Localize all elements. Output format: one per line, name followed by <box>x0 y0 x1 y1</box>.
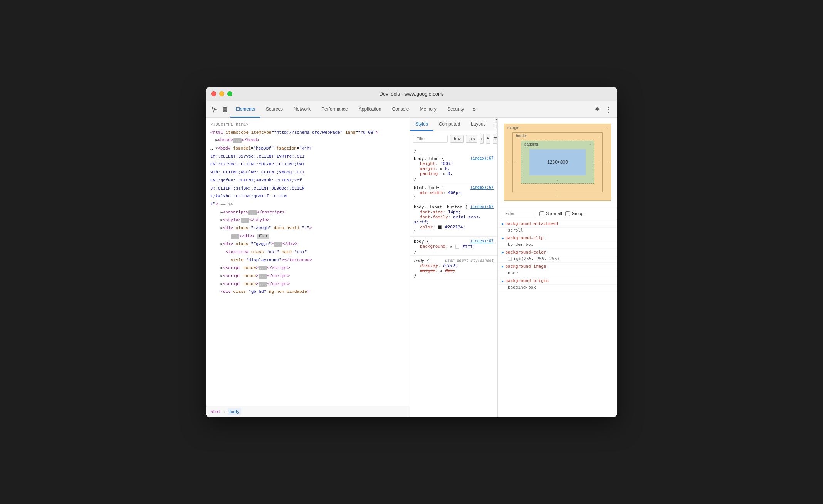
css-property: display: block; <box>414 263 494 268</box>
css-source[interactable]: (index):67 <box>470 156 494 160</box>
expand-icon[interactable]: ▶ <box>502 222 504 226</box>
tab-styles[interactable]: Styles <box>410 118 433 131</box>
border-top-value: - <box>598 134 599 138</box>
dom-line: J:.CLIENT;szjOR:.CLIENT;JL9QDc:.CLIEN <box>207 185 408 193</box>
dom-line[interactable]: … ▼<body jsmodel="hspDDf" jsaction="xjhT <box>207 144 408 153</box>
hov-button[interactable]: :hov <box>450 135 464 143</box>
css-property: margin: ▶ 0; <box>414 166 494 171</box>
box-model-diagram: margin - - - - border - - - - <box>504 124 611 201</box>
tab-application[interactable]: Application <box>353 101 387 118</box>
css-source[interactable]: (index):67 <box>470 239 494 243</box>
dom-line[interactable]: ▶<div class="Fgvgjc">...</div> <box>207 240 408 248</box>
device-icon[interactable] <box>220 104 230 115</box>
dom-line[interactable]: ▶<script nonce>...</script> <box>207 264 408 272</box>
cursor-icon[interactable] <box>209 104 220 115</box>
border-label: border <box>516 134 527 138</box>
computed-item: ▶ background-color <box>498 249 617 256</box>
toolbar-end: ⋮ <box>592 104 614 115</box>
css-selector: html, body { <box>414 185 444 190</box>
tab-performance[interactable]: Performance <box>316 101 353 118</box>
dom-line: If:.CLIENT;O2vyse:.CLIENT;IVKTfe:.CLI <box>207 153 408 161</box>
toggle-classes-button[interactable]: ☰ <box>493 134 497 144</box>
dom-breadcrumb: html › body <box>206 406 410 417</box>
expand-icon[interactable]: ▶ <box>502 279 504 283</box>
css-rule-header: (index):67 body, html { <box>414 156 494 161</box>
add-style-button[interactable]: + <box>480 134 484 144</box>
styles-tab-bar: Styles Computed Layout Event Listeners D… <box>410 118 497 131</box>
computed-filter-input[interactable] <box>502 210 536 217</box>
computed-item: ▶ background-clip <box>498 234 617 242</box>
computed-item: ▶ background-image <box>498 263 617 270</box>
border-right-value: - <box>600 160 601 165</box>
tab-console[interactable]: Console <box>387 101 415 118</box>
margin-label: margin <box>507 126 519 130</box>
dom-line[interactable]: ▶<script nonce>...</script> <box>207 280 408 288</box>
margin-bottom-value: - <box>557 195 558 199</box>
dom-line[interactable]: ▶<div class="L3eUgb" data-hveid="1"> <box>207 224 408 232</box>
computed-value: none <box>498 270 617 277</box>
group-checkbox[interactable] <box>565 211 570 216</box>
show-all-checkbox-label[interactable]: Show all <box>539 211 562 216</box>
minimize-button[interactable] <box>219 91 224 96</box>
padding-label: padding <box>524 142 538 146</box>
dom-line[interactable]: ▶<script nonce>...</script> <box>207 272 408 280</box>
more-icon[interactable]: ⋮ <box>603 104 614 115</box>
css-close-brace: } <box>414 195 494 200</box>
devtools-container: Elements Sources Network Performance App… <box>206 101 617 417</box>
dom-line: ENT;Ez7VMc:.CLIENT;YUC7He:.CLIENT;hWT <box>207 160 408 168</box>
tab-sources[interactable]: Sources <box>260 101 288 118</box>
css-property: color: #202124; <box>414 225 494 230</box>
breadcrumb-body[interactable]: body <box>228 408 241 415</box>
css-selector: body { <box>414 258 429 263</box>
dom-content[interactable]: <!DOCTYPE html> <html itemscope itemtype… <box>206 118 410 406</box>
cls-button[interactable]: .cls <box>466 135 478 143</box>
window-title: DevTools - www.google.com/ <box>380 91 444 97</box>
dom-line[interactable]: <div class="gb_hd" ng-non-bindable> <box>207 288 408 296</box>
computed-item: ▶ background-origin <box>498 277 617 285</box>
maximize-button[interactable] <box>227 91 232 96</box>
css-selector: body { <box>414 239 429 244</box>
svg-rect-1 <box>224 108 226 111</box>
dom-line[interactable]: <html itemscope itemtype="http://schema.… <box>207 129 408 137</box>
breadcrumb-html[interactable]: html <box>209 408 222 415</box>
settings-icon[interactable] <box>592 104 603 115</box>
dom-line[interactable]: ▶<style>...</style> <box>207 216 408 224</box>
tab-security[interactable]: Security <box>442 101 469 118</box>
tab-elements[interactable]: Elements <box>230 101 260 118</box>
computed-list[interactable]: ▶ background-attachment scroll ▶ backgro… <box>498 220 617 417</box>
styles-filter-input[interactable] <box>413 135 448 143</box>
dom-line[interactable]: ...</div> flex <box>207 232 408 240</box>
computed-value: rgb(255, 255, 255) <box>498 256 617 263</box>
expand-icon[interactable]: ▶ <box>502 236 504 240</box>
tab-network[interactable]: Network <box>288 101 316 118</box>
show-all-checkbox[interactable] <box>539 211 544 216</box>
css-source-ua: user agent stylesheet <box>445 258 494 262</box>
tab-layout[interactable]: Layout <box>465 118 490 131</box>
dom-line[interactable]: <textarea class="csi" name="csi" <box>207 248 408 256</box>
css-source[interactable]: (index):67 <box>470 185 494 190</box>
styles-content[interactable]: } (index):67 body, html { height: 100%; … <box>410 146 497 417</box>
css-rule-header: (index):67 html, body { <box>414 185 494 190</box>
css-rule: (index):67 body, input, button { font-si… <box>410 202 497 237</box>
css-property: padding: ▶ 0; <box>414 171 494 176</box>
main-area: <!DOCTYPE html> <html itemscope itemtype… <box>206 118 617 417</box>
css-open-brace: } <box>410 146 497 154</box>
expand-icon[interactable]: ▶ <box>502 265 504 269</box>
css-close-brace: } <box>414 273 494 278</box>
padding-top-value: - <box>590 142 591 146</box>
dom-line[interactable]: ▶<head>...</head> <box>207 136 408 144</box>
tab-memory[interactable]: Memory <box>415 101 442 118</box>
dom-line[interactable]: ▶<noscript>...</noscript> <box>207 208 408 217</box>
tab-computed[interactable]: Computed <box>433 118 465 131</box>
close-button[interactable] <box>211 91 216 96</box>
computed-value: border-box <box>498 242 617 249</box>
expand-icon[interactable]: ▶ <box>502 250 504 254</box>
toggle-element-state-button[interactable]: ⚑ <box>486 134 490 144</box>
dom-line: <!DOCTYPE html> <box>207 121 408 129</box>
tab-more[interactable]: » <box>469 101 479 118</box>
group-checkbox-label[interactable]: Group <box>565 211 584 216</box>
css-source[interactable]: (index):67 <box>470 205 494 209</box>
main-tabs: Elements Sources Network Performance App… <box>230 101 590 118</box>
border-left-value: - <box>514 160 516 165</box>
tab-event-listeners[interactable]: Event Listeners <box>490 118 498 131</box>
